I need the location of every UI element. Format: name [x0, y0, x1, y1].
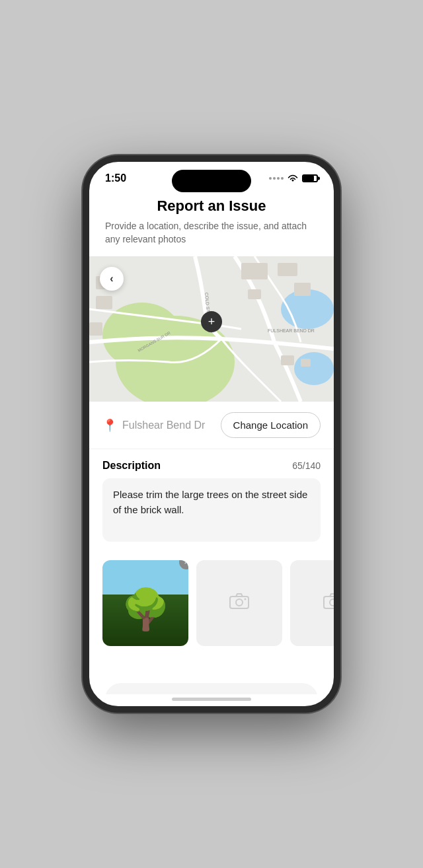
svg-rect-9 [278, 263, 297, 276]
location-info: 📍 Fulshear Bend Dr [102, 418, 205, 433]
camera-icon-2 [323, 591, 334, 614]
page-header: Report an Issue Provide a location, desc… [89, 190, 334, 256]
svg-rect-12 [281, 355, 294, 365]
description-header: Description 65/140 [102, 460, 321, 472]
location-row: 📍 Fulshear Bend Dr Change Location [89, 402, 334, 449]
page-title: Report an Issue [105, 198, 318, 215]
svg-point-19 [245, 598, 247, 600]
svg-rect-20 [324, 597, 334, 608]
signal-dots-icon [269, 177, 284, 180]
location-address: Fulshear Bend Dr [122, 419, 205, 431]
status-icons [269, 174, 318, 182]
photo-add-slot-2[interactable] [290, 560, 334, 646]
camera-icon-1 [229, 591, 250, 614]
wifi-icon [288, 174, 298, 182]
change-location-button[interactable]: Change Location [221, 412, 321, 438]
description-label: Description [102, 460, 161, 472]
char-count: 65/140 [292, 460, 321, 471]
photo-add-slot-1[interactable] [196, 560, 282, 646]
dynamic-island [172, 170, 251, 192]
report-issue-button[interactable]: Report Issue [105, 683, 318, 694]
plus-icon: + [208, 315, 215, 329]
svg-rect-15 [96, 296, 112, 309]
svg-point-21 [330, 599, 334, 606]
bottom-section: Report Issue [89, 657, 334, 694]
phone-frame: 1:50 Report an Issue Provide a location,… [83, 155, 340, 713]
status-time: 1:50 [105, 172, 126, 184]
svg-rect-13 [301, 359, 311, 367]
svg-rect-8 [241, 263, 268, 279]
svg-point-4 [294, 352, 334, 385]
home-indicator [172, 698, 251, 701]
photos-section: × [89, 550, 334, 657]
svg-rect-11 [248, 289, 261, 299]
page-subtitle: Provide a location, describe the issue, … [105, 220, 318, 246]
map-back-button[interactable]: ‹ [100, 267, 124, 291]
photo-thumbnail-1: × [102, 560, 188, 646]
back-chevron-icon: ‹ [110, 273, 113, 285]
svg-rect-10 [294, 283, 311, 296]
map-center-pin: + [201, 311, 222, 332]
svg-rect-16 [89, 322, 102, 336]
tree-photo [102, 560, 188, 646]
close-icon: × [184, 560, 188, 567]
description-input[interactable] [102, 478, 321, 542]
location-pin-icon: 📍 [102, 418, 117, 433]
svg-point-18 [236, 599, 243, 606]
battery-icon [302, 174, 318, 182]
svg-rect-17 [230, 597, 249, 608]
svg-text:FULSHEAR BEND DR: FULSHEAR BEND DR [268, 328, 315, 333]
description-section: Description 65/140 [89, 449, 334, 550]
page-content: Report an Issue Provide a location, desc… [89, 190, 334, 694]
map-container: COLD STREAM CT FULSHEAR BEND DR MORGANS … [89, 256, 334, 402]
